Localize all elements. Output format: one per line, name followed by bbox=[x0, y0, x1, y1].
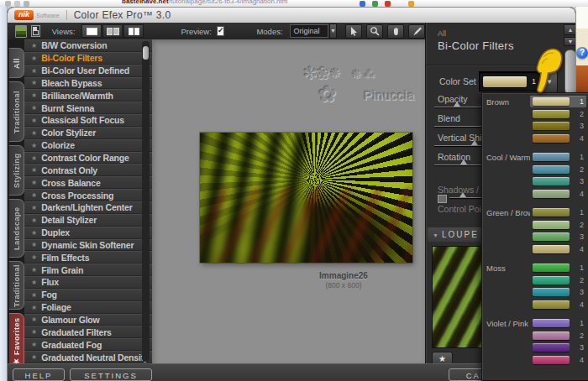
slider-marker[interactable] bbox=[460, 159, 467, 164]
filter-item[interactable]: ★Color Stylizer bbox=[24, 127, 152, 139]
image-layer bbox=[200, 133, 412, 263]
filter-item[interactable]: ★Contrast Color Range bbox=[24, 152, 152, 164]
sidebar-tab-traditional-4[interactable]: Traditional bbox=[9, 261, 24, 310]
scrollbar-thumb[interactable] bbox=[564, 50, 576, 95]
color-set-option[interactable]: 3 bbox=[482, 120, 588, 133]
filter-item[interactable]: ★Darken/Lighten Center bbox=[24, 201, 152, 214]
color-swatch bbox=[533, 221, 570, 229]
scrollbar-thumb[interactable] bbox=[143, 46, 149, 60]
filter-item[interactable]: ★Cross Balance bbox=[24, 176, 152, 189]
filter-item[interactable]: ★Foliage bbox=[24, 301, 152, 314]
color-set-option[interactable]: Moss1 bbox=[482, 262, 588, 274]
pan-tool-button[interactable] bbox=[387, 24, 404, 39]
color-set-option[interactable]: 2 bbox=[482, 164, 588, 176]
color-set-option[interactable]: 4 bbox=[482, 133, 588, 145]
settings-button[interactable]: SETTINGS bbox=[70, 368, 152, 381]
filter-item[interactable]: ★Flux bbox=[24, 276, 152, 289]
filter-item[interactable]: ★Dynamic Skin Softener bbox=[24, 239, 152, 252]
filter-item[interactable]: ★Film Grain bbox=[24, 264, 152, 276]
swatch-number: 2 bbox=[580, 331, 584, 340]
filter-item[interactable]: ★Detail Stylizer bbox=[24, 214, 152, 227]
filter-item[interactable]: ★Contrast Only bbox=[24, 164, 152, 176]
filter-label: Duplex bbox=[41, 227, 70, 237]
filter-item[interactable]: ★Bi-Color Filters bbox=[24, 52, 152, 65]
zoom-tool-button[interactable] bbox=[366, 24, 383, 39]
filter-item[interactable]: ★Cross Processing bbox=[24, 189, 152, 201]
slider-track[interactable] bbox=[434, 164, 485, 165]
color-set-option[interactable]: Brown1 bbox=[482, 96, 588, 108]
color-swatch bbox=[533, 134, 570, 143]
thumbnail-view-icon[interactable] bbox=[15, 25, 27, 38]
filter-label: Contrast Color Range bbox=[41, 153, 129, 163]
filter-item[interactable]: ★B/W Conversion bbox=[24, 39, 152, 52]
group-label: Violet / Pink bbox=[486, 319, 530, 328]
color-set-option[interactable]: 2 bbox=[482, 108, 588, 121]
selected-color-swatch bbox=[483, 76, 527, 87]
help-button[interactable]: HELP bbox=[13, 368, 65, 381]
color-set-option[interactable]: 4 bbox=[482, 354, 588, 367]
sidebar-tab-traditional-1[interactable]: Traditional bbox=[9, 81, 24, 142]
color-set-option[interactable]: 2 bbox=[482, 219, 588, 232]
side-by-side-view-button[interactable] bbox=[123, 24, 144, 38]
color-set-option[interactable]: 4 bbox=[482, 243, 588, 256]
sidebar-tab-stylizing-2[interactable]: Stylizing bbox=[9, 145, 24, 196]
color-set-option[interactable]: Cool / Warm1 bbox=[482, 151, 588, 164]
color-set-option[interactable]: 4 bbox=[482, 299, 588, 311]
group-label: Moss bbox=[486, 264, 530, 273]
slider-marker[interactable] bbox=[471, 140, 478, 145]
filter-item[interactable]: ★Film Effects bbox=[24, 251, 152, 264]
sidebar-tab-favorites-5[interactable]: ★Favorites bbox=[9, 313, 24, 370]
filter-label: Cross Balance bbox=[41, 178, 100, 188]
filter-list-scrollbar[interactable] bbox=[142, 41, 150, 362]
preview-image[interactable] bbox=[200, 133, 412, 263]
group-label: Brown bbox=[486, 97, 530, 107]
hand-icon bbox=[391, 26, 401, 36]
slider-track[interactable] bbox=[449, 197, 485, 198]
eyedropper-tool-button[interactable] bbox=[408, 24, 425, 39]
preview-checkbox[interactable]: ✓ bbox=[217, 26, 225, 36]
color-set-option[interactable]: 2 bbox=[482, 330, 588, 342]
scroll-up-button[interactable]: ▲ bbox=[564, 24, 576, 35]
filter-item[interactable]: ★Brilliance/Warmth bbox=[24, 89, 152, 102]
color-set-option[interactable]: 3 bbox=[482, 286, 588, 299]
filter-item[interactable]: ★Graduated Neutral Density bbox=[24, 351, 152, 363]
help-badge-icon[interactable]: ? bbox=[576, 47, 588, 59]
color-set-option[interactable]: Green / Brown1 bbox=[482, 206, 588, 219]
preview-canvas: ✻❀⁕ ✿ ❋ ⁂ Pinuccia Immagine26 (800 x 600… bbox=[152, 39, 425, 363]
color-set-option[interactable]: 3 bbox=[482, 175, 588, 188]
browser-layout-icon[interactable] bbox=[31, 25, 39, 37]
filter-item[interactable]: ★Graduated Fog bbox=[24, 338, 152, 351]
star-icon: ★ bbox=[31, 104, 37, 112]
slider-marker[interactable] bbox=[454, 102, 460, 107]
filter-item[interactable]: ★Colorize bbox=[24, 139, 152, 152]
filter-item[interactable]: ★Fog bbox=[24, 289, 152, 301]
single-view-button[interactable] bbox=[81, 24, 102, 38]
filter-item[interactable]: ★Graduated Filters bbox=[24, 326, 152, 338]
filter-item[interactable]: ★Bi-Color User Defined bbox=[24, 65, 152, 77]
loupe-image bbox=[432, 246, 486, 348]
split-view-button[interactable] bbox=[102, 24, 123, 38]
slider-marker[interactable] bbox=[459, 192, 466, 197]
filter-label: Cross Processing bbox=[41, 190, 113, 201]
color-set-option[interactable]: 4 bbox=[482, 188, 588, 201]
color-set-option[interactable]: 3 bbox=[482, 231, 588, 243]
color-set-option[interactable]: 2 bbox=[482, 274, 588, 287]
filter-item[interactable]: ★Duplex bbox=[24, 227, 152, 239]
filter-item[interactable]: ★Classical Soft Focus bbox=[24, 114, 152, 127]
color-set-option[interactable]: 3 bbox=[482, 342, 588, 354]
panel-scrollbar[interactable]: ▲ ▼ bbox=[564, 24, 576, 95]
filter-item[interactable]: ★Bleach Bypass bbox=[24, 77, 152, 90]
filter-item[interactable]: ★Glamour Glow bbox=[24, 314, 152, 326]
slider-track[interactable] bbox=[434, 107, 485, 107]
sidebar-tab-landscape-3[interactable]: Landscape bbox=[9, 199, 24, 258]
scroll-down-button[interactable]: ▼ bbox=[564, 37, 576, 46]
select-tool-button[interactable] bbox=[345, 24, 362, 39]
modes-dropdown[interactable]: Original Image bbox=[290, 24, 328, 38]
modes-dropdown-arrow-icon[interactable]: ▼ bbox=[329, 23, 337, 39]
filter-label: Fog bbox=[41, 290, 57, 300]
slider-track[interactable] bbox=[434, 126, 485, 127]
filter-item[interactable]: ★Burnt Sienna bbox=[24, 102, 152, 114]
sidebar-tab-all-0[interactable]: All bbox=[9, 48, 24, 78]
slider-track[interactable] bbox=[434, 145, 485, 146]
color-set-option[interactable]: Violet / Pink1 bbox=[482, 317, 588, 330]
